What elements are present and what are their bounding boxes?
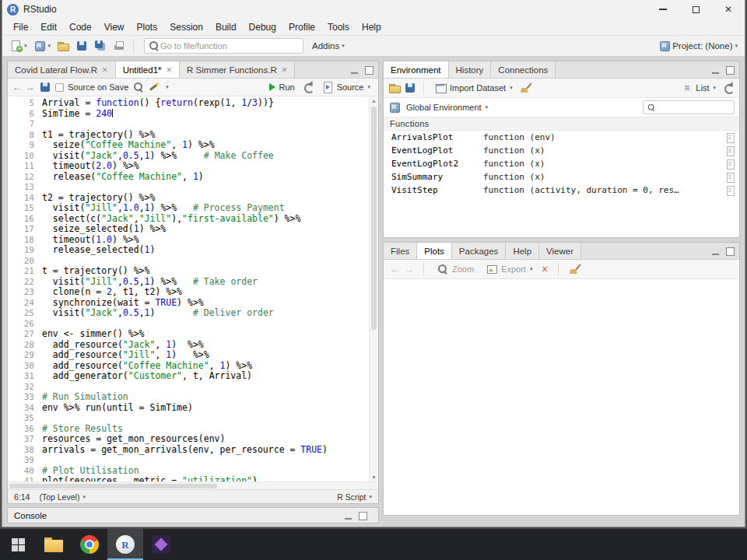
view-function-source-icon[interactable]	[724, 145, 736, 157]
find-replace-icon[interactable]	[132, 81, 145, 93]
save-icon[interactable]	[39, 81, 51, 93]
menu-debug[interactable]: Debug	[243, 20, 282, 34]
vertical-scrollbar[interactable]: ▲ ▼	[369, 96, 378, 481]
zoom-button[interactable]: Zoom	[433, 262, 477, 276]
close-tab-icon[interactable]: ✕	[282, 66, 288, 74]
next-plot-icon[interactable]: →	[405, 264, 414, 274]
new-file-button[interactable]: ▾	[7, 38, 30, 54]
view-function-source-icon[interactable]	[724, 184, 736, 197]
save-all-button[interactable]	[92, 38, 109, 54]
forward-icon[interactable]: →	[26, 82, 35, 92]
minimize-pane-icon[interactable]	[710, 64, 722, 76]
import-dataset-button[interactable]: Import Dataset ▾	[431, 81, 516, 95]
run-button[interactable]: Run	[266, 82, 297, 93]
new-project-button[interactable]: ▾	[31, 38, 54, 54]
menu-tools[interactable]: Tools	[321, 20, 356, 34]
chrome-button[interactable]	[72, 529, 107, 560]
horizontal-scrollbar[interactable]	[8, 481, 378, 489]
close-tab-icon[interactable]: ✕	[167, 66, 173, 74]
back-icon[interactable]: ←	[12, 82, 22, 92]
caret-down-icon: ▾	[713, 85, 716, 91]
addins-button[interactable]: Addins▾	[310, 40, 347, 52]
remove-plot-icon[interactable]: ✕	[541, 264, 548, 275]
code-tools-icon[interactable]	[149, 81, 161, 93]
scope-selector[interactable]: (Top Level) ▾	[39, 492, 85, 502]
scroll-up-icon[interactable]: ▲	[370, 98, 378, 103]
refresh-icon[interactable]	[722, 82, 735, 94]
tab-files[interactable]: Files	[384, 243, 417, 259]
maximize-pane-icon[interactable]	[724, 245, 736, 257]
maximize-window-button[interactable]	[679, 0, 712, 19]
source-on-save-checkbox[interactable]	[55, 83, 64, 92]
tab-connections[interactable]: Connections	[491, 61, 556, 78]
source-button[interactable]: Source ▾	[318, 80, 374, 94]
export-button[interactable]: Export ▾	[482, 262, 535, 276]
environment-item-eventlogplot[interactable]: EventLogPlotfunction (x)	[384, 144, 739, 157]
menu-view[interactable]: View	[98, 20, 131, 34]
scroll-down-icon[interactable]: ▼	[370, 474, 378, 480]
goto-file-input[interactable]	[160, 41, 300, 51]
environment-item-eventlogplot2[interactable]: EventLogPlot2function (x)	[384, 157, 739, 170]
code-line: 20	[8, 256, 369, 267]
rerun-icon[interactable]	[302, 81, 314, 93]
tab-help[interactable]: Help	[506, 243, 539, 259]
view-function-source-icon[interactable]	[724, 171, 736, 184]
menu-edit[interactable]: Edit	[34, 20, 63, 34]
source-tab-untitled1[interactable]: Untitled1*✕	[116, 61, 180, 78]
scrollbar-thumb[interactable]	[371, 107, 377, 330]
maximize-pane-icon[interactable]	[724, 64, 736, 76]
minimize-pane-icon[interactable]	[342, 509, 355, 522]
environment-search-input[interactable]	[658, 103, 732, 112]
minimize-pane-icon[interactable]	[349, 64, 361, 76]
menu-code[interactable]: Code	[63, 20, 98, 34]
menu-file[interactable]: File	[7, 20, 34, 34]
menu-profile[interactable]: Profile	[282, 20, 321, 34]
previous-plot-icon[interactable]: ←	[390, 264, 399, 274]
tab-packages[interactable]: Packages	[452, 243, 507, 259]
code-line: 23 clone(n = 2, t1, t2) %>%	[8, 287, 369, 298]
minimize-pane-icon[interactable]	[710, 245, 722, 257]
environment-item-arrivalsplot[interactable]: ArrivalsPlotfunction (env)	[384, 131, 739, 144]
source-tab-r-simmer-functions-r[interactable]: R Simmer Functions.R✕	[180, 61, 295, 78]
view-function-source-icon[interactable]	[724, 131, 736, 144]
line-number: 36	[8, 424, 42, 435]
maximize-pane-icon[interactable]	[363, 64, 375, 76]
console-pane-header[interactable]: Console	[7, 507, 379, 523]
menu-build[interactable]: Build	[209, 20, 243, 34]
search-icon	[148, 40, 160, 52]
save-file-button[interactable]	[73, 38, 90, 54]
environment-selector[interactable]: Global Environment ▾	[403, 102, 491, 113]
minimize-window-button[interactable]	[647, 0, 679, 19]
close-window-button[interactable]: ✕	[712, 0, 745, 19]
code-editor[interactable]: 5Arrival = function() {return(rexp(1, 1/…	[8, 96, 378, 481]
environment-item-visitstep[interactable]: VisitStepfunction (activity, duration = …	[384, 184, 739, 197]
view-function-source-icon[interactable]	[724, 158, 736, 170]
file-type-selector[interactable]: R Script ▾	[337, 492, 372, 502]
file-explorer-button[interactable]	[36, 529, 72, 560]
rstudio-taskbar-button[interactable]	[107, 529, 143, 560]
line-number: 15	[8, 203, 42, 214]
environment-item-simsummary[interactable]: SimSummaryfunction (x)	[384, 170, 739, 184]
maximize-pane-icon[interactable]	[356, 509, 369, 522]
print-button[interactable]	[110, 38, 128, 54]
tab-history[interactable]: History	[449, 61, 492, 78]
tab-plots[interactable]: Plots	[417, 243, 452, 259]
close-tab-icon[interactable]: ✕	[102, 66, 108, 74]
save-workspace-icon[interactable]	[404, 82, 416, 94]
scrollbar-thumb[interactable]	[9, 484, 217, 488]
code-area[interactable]: 5Arrival = function() {return(rexp(1, 1/…	[8, 96, 369, 481]
clear-all-plots-icon[interactable]	[568, 263, 580, 275]
menu-session[interactable]: Session	[163, 20, 209, 34]
menu-plots[interactable]: Plots	[131, 20, 164, 34]
start-button[interactable]	[0, 529, 36, 560]
load-workspace-icon[interactable]	[388, 82, 401, 94]
open-file-button[interactable]	[54, 38, 72, 54]
app-taskbar-button[interactable]	[143, 529, 179, 560]
tab-environment[interactable]: Environment	[384, 61, 449, 78]
tab-viewer[interactable]: Viewer	[539, 243, 581, 259]
display-mode-selector[interactable]: List ▾	[693, 82, 719, 93]
clear-objects-icon[interactable]	[519, 82, 531, 94]
project-selector[interactable]: Project: (None)▾	[656, 38, 740, 54]
menu-help[interactable]: Help	[356, 20, 388, 34]
source-tab-covid-lateral-flow-r[interactable]: Covid Lateral Flow.R✕	[8, 61, 116, 78]
